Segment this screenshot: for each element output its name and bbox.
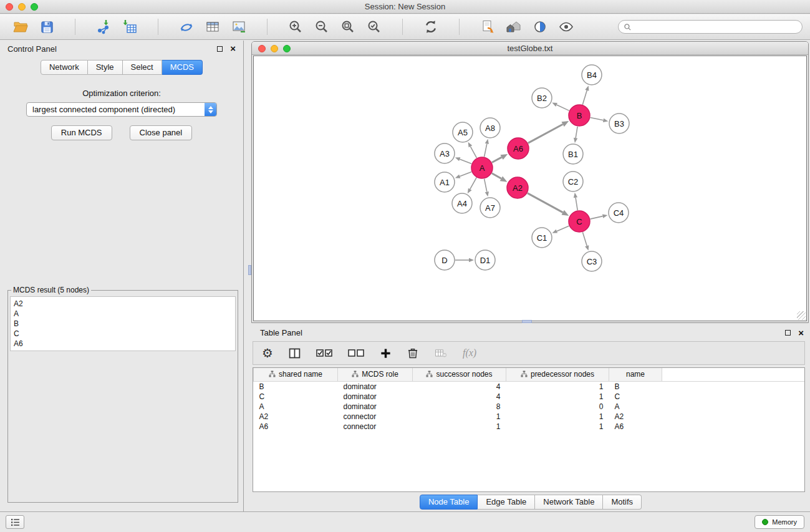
float-table-panel-icon[interactable]	[785, 330, 791, 336]
edge-A2-C[interactable]	[528, 193, 563, 213]
node-B2[interactable]: B2	[532, 88, 552, 108]
column-header-predecessor-nodes[interactable]: predecessor nodes	[506, 368, 609, 381]
tab-network-table[interactable]: Network Table	[535, 495, 603, 510]
splitter-handle-vertical[interactable]	[248, 265, 251, 275]
memory-button[interactable]: Memory	[755, 515, 804, 529]
tab-edge-table[interactable]: Edge Table	[478, 495, 535, 510]
node-A2[interactable]: A2	[507, 177, 528, 198]
edge-A-A3[interactable]	[460, 159, 471, 163]
home-button[interactable]	[505, 18, 523, 36]
optimization-criterion-select[interactable]: largest connected component (directed)	[26, 102, 217, 117]
node-A[interactable]: A	[471, 157, 493, 178]
mcds-result-item[interactable]: A2	[14, 299, 232, 309]
node-A8[interactable]: A8	[480, 118, 500, 138]
network-canvas[interactable]: B4B2BB3A5A8A6A3B1AA1C2A2A4A7C4CC1C3DD1	[253, 56, 807, 321]
run-mcds-button[interactable]: Run MCDS	[51, 125, 112, 140]
tab-motifs[interactable]: Motifs	[603, 495, 642, 510]
mcds-result-item[interactable]: B	[14, 319, 232, 329]
table-row[interactable]: Bdominator41B	[254, 381, 805, 392]
edge-C-C1[interactable]	[557, 226, 569, 231]
edge-A6-B[interactable]	[528, 124, 563, 143]
edge-A-A1[interactable]	[460, 172, 471, 176]
table-row[interactable]: Adominator80A	[254, 402, 805, 412]
node-D[interactable]: D	[435, 250, 455, 270]
tab-mcds[interactable]: MCDS	[162, 60, 203, 75]
tab-style[interactable]: Style	[88, 60, 123, 75]
node-B3[interactable]: B3	[609, 114, 629, 133]
node-C2[interactable]: C2	[563, 172, 583, 191]
import-table-button[interactable]	[121, 18, 138, 36]
column-header-name[interactable]: name	[609, 368, 662, 381]
new-table-button[interactable]	[204, 18, 221, 36]
node-A1[interactable]: A1	[435, 172, 455, 192]
node-D1[interactable]: D1	[475, 250, 495, 270]
node-C3[interactable]: C3	[582, 251, 602, 271]
save-session-button[interactable]	[38, 18, 55, 36]
mcds-result-item[interactable]: A	[14, 309, 232, 319]
select-all-columns-button[interactable]	[316, 348, 333, 358]
birdseye-view-button[interactable]	[557, 18, 575, 36]
tab-select[interactable]: Select	[123, 60, 162, 75]
function-builder-icon[interactable]: f(x)	[463, 347, 476, 359]
graphics-details-button[interactable]	[531, 18, 549, 36]
node-A6[interactable]: A6	[508, 138, 529, 159]
delete-column-button[interactable]	[407, 347, 419, 359]
table-row[interactable]: A2connector11A2	[254, 412, 805, 422]
edge-B-B3[interactable]	[591, 118, 604, 120]
export-image-button[interactable]	[230, 18, 248, 36]
float-panel-icon[interactable]	[217, 46, 223, 52]
node-C[interactable]: C	[569, 211, 590, 232]
open-file-button[interactable]	[12, 18, 29, 36]
show-columns-button[interactable]	[288, 347, 301, 360]
edge-C-C2[interactable]	[576, 198, 577, 211]
delete-table-button[interactable]	[434, 347, 448, 359]
search-field[interactable]	[618, 20, 803, 34]
node-C1[interactable]: C1	[532, 228, 552, 248]
edge-A-A2[interactable]	[492, 173, 501, 179]
edge-A-A5[interactable]	[470, 147, 476, 158]
node-B1[interactable]: B1	[563, 144, 583, 164]
column-header-mcds-role[interactable]: MCDS role	[338, 368, 413, 381]
open-session-file-button[interactable]	[479, 18, 496, 36]
zoom-out-button[interactable]	[313, 18, 330, 36]
node-table[interactable]: shared name MCDS role	[253, 367, 805, 492]
node-B4[interactable]: B4	[582, 65, 602, 85]
task-history-button[interactable]	[6, 515, 24, 529]
network-graph[interactable]: B4B2BB3A5A8A6A3B1AA1C2A2A4A7C4CC1C3DD1	[254, 56, 806, 321]
table-settings-gear-icon[interactable]: ⚙	[262, 347, 273, 359]
column-header-successor-nodes[interactable]: successor nodes	[413, 368, 506, 381]
node-B[interactable]: B	[569, 105, 590, 126]
node-A7[interactable]: A7	[480, 198, 500, 218]
node-A5[interactable]: A5	[453, 122, 473, 142]
mcds-result-item[interactable]: A6	[14, 339, 232, 349]
create-column-button[interactable]	[380, 347, 392, 359]
mcds-result-item[interactable]: C	[14, 329, 232, 339]
resize-grip-icon[interactable]	[797, 311, 806, 320]
table-row[interactable]: Cdominator41C	[254, 392, 805, 402]
zoom-fit-button[interactable]	[339, 18, 357, 36]
edge-A-A8[interactable]	[485, 143, 487, 157]
unselect-all-columns-button[interactable]	[348, 348, 365, 358]
column-header-shared-name[interactable]: shared name	[254, 368, 338, 381]
tab-network[interactable]: Network	[41, 60, 88, 75]
close-panel-icon[interactable]: ×	[230, 46, 236, 52]
edge-B-B4[interactable]	[582, 90, 587, 105]
table-row[interactable]: A6connector11A6	[254, 422, 805, 432]
node-A3[interactable]: A3	[435, 143, 455, 163]
network-window-titlebar[interactable]: testGlobe.txt	[252, 42, 808, 55]
edge-B-B2[interactable]	[557, 105, 569, 110]
zoom-in-button[interactable]	[287, 18, 304, 36]
node-C4[interactable]: C4	[609, 203, 629, 223]
edge-A-A7[interactable]	[485, 179, 487, 192]
node-A4[interactable]: A4	[452, 193, 472, 213]
mcds-result-list[interactable]: A2ABCA6	[10, 296, 236, 351]
splitter-handle-horizontal[interactable]	[522, 320, 532, 323]
edge-A-A6[interactable]	[492, 157, 502, 162]
search-input[interactable]	[635, 22, 797, 31]
zoom-selected-button[interactable]	[365, 18, 383, 36]
edge-B-B1[interactable]	[576, 127, 577, 138]
edge-C-C4[interactable]	[591, 216, 603, 219]
close-table-panel-icon[interactable]: ×	[798, 330, 804, 336]
edge-A-A4[interactable]	[470, 178, 476, 190]
edge-C-C3[interactable]	[582, 232, 587, 246]
